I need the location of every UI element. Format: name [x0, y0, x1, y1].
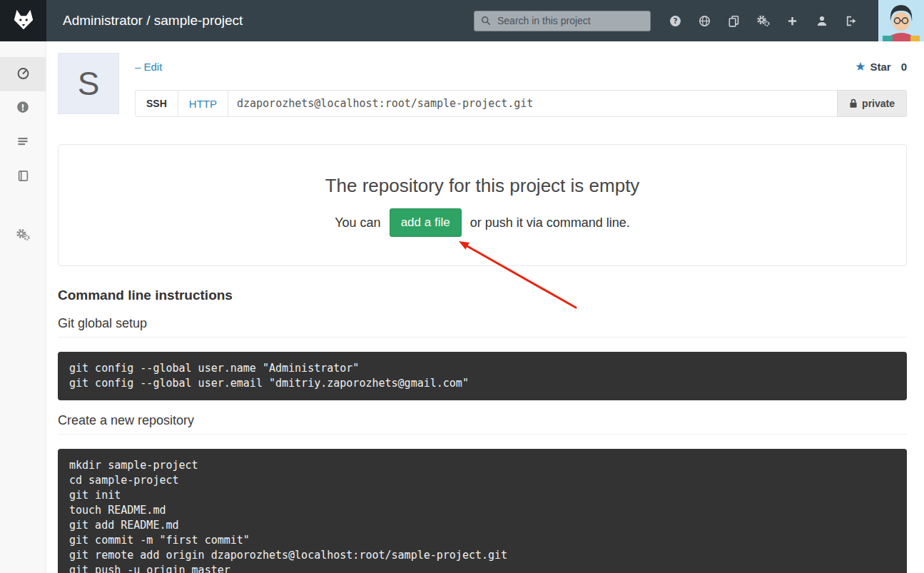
create-repository-heading: Create a new repository: [58, 413, 907, 435]
project-meta-row: – Edit ★ Star 0: [135, 53, 907, 80]
left-sidebar: !: [0, 41, 46, 573]
visibility-badge: private: [837, 90, 907, 117]
empty-repository-panel: The repository for this project is empty…: [58, 144, 907, 266]
project-header: S – Edit ★ Star 0 SSH HTTP: [58, 53, 907, 117]
page-title: Administrator / sample-project: [63, 13, 243, 29]
star-label: Star: [870, 61, 890, 73]
http-protocol-button[interactable]: HTTP: [178, 90, 228, 117]
create-repository-code: mkdir sample-project cd sample-project g…: [58, 449, 907, 573]
clone-bar: SSH HTTP private: [135, 90, 907, 117]
project-avatar-letter: S: [78, 64, 100, 103]
empty-repo-text-before: You can: [335, 215, 380, 230]
search-input[interactable]: [496, 14, 644, 27]
add-a-file-button[interactable]: add a file: [390, 208, 462, 237]
code-text: git config --global user.name "Administr…: [69, 361, 895, 391]
gitlab-logo[interactable]: [0, 0, 46, 41]
user-avatar-image[interactable]: [878, 0, 924, 41]
star-count: 0: [901, 61, 907, 73]
tachometer-icon: [16, 66, 30, 83]
visibility-label: private: [862, 98, 895, 109]
empty-repo-subtitle: You can add a file or push it via comman…: [73, 208, 892, 237]
sidebar-item-files[interactable]: [0, 126, 46, 160]
sign-out-icon[interactable]: [836, 0, 865, 41]
empty-repo-text-after: or push it via command line.: [470, 215, 630, 230]
ssh-protocol-button[interactable]: SSH: [135, 90, 178, 117]
plus-icon[interactable]: [778, 0, 807, 41]
globe-icon[interactable]: [690, 0, 719, 41]
search-icon: [481, 16, 491, 26]
git-global-setup-code: git config --global user.name "Administr…: [58, 352, 907, 400]
top-navbar: Administrator / sample-project ?: [0, 0, 924, 41]
project-search: [474, 11, 651, 31]
edit-link[interactable]: – Edit: [135, 61, 162, 73]
svg-text:!: !: [21, 103, 24, 113]
sidebar-item-wiki[interactable]: [0, 160, 46, 194]
star-icon: ★: [855, 61, 865, 73]
git-global-setup-heading: Git global setup: [58, 316, 907, 338]
sidebar-item-dashboard[interactable]: [0, 57, 46, 91]
user-icon[interactable]: [807, 0, 836, 41]
main-content: S – Edit ★ Star 0 SSH HTTP: [46, 41, 924, 573]
gears-icon[interactable]: [748, 0, 778, 41]
lock-icon: [849, 98, 858, 108]
list-icon: [16, 136, 29, 150]
sidebar-item-settings[interactable]: [0, 218, 46, 253]
project-header-right: – Edit ★ Star 0 SSH HTTP: [135, 53, 907, 117]
navbar-icons: ?: [661, 0, 865, 41]
help-icon[interactable]: ?: [661, 0, 690, 41]
clone-url-input[interactable]: [228, 90, 838, 117]
star-button[interactable]: ★ Star 0: [855, 61, 907, 73]
gitlab-tanuki-icon: [11, 7, 36, 34]
code-text: mkdir sample-project cd sample-project g…: [69, 458, 895, 573]
project-avatar: S: [58, 53, 119, 114]
sidebar-item-issues[interactable]: !: [0, 91, 46, 126]
empty-repo-title: The repository for this project is empty: [73, 175, 892, 197]
copy-icon[interactable]: [719, 0, 748, 41]
alert-icon: !: [16, 101, 29, 116]
svg-text:?: ?: [673, 16, 677, 26]
gears-icon: [16, 228, 30, 244]
book-icon: [17, 170, 29, 185]
cli-instructions-heading: Command line instructions: [58, 288, 907, 303]
